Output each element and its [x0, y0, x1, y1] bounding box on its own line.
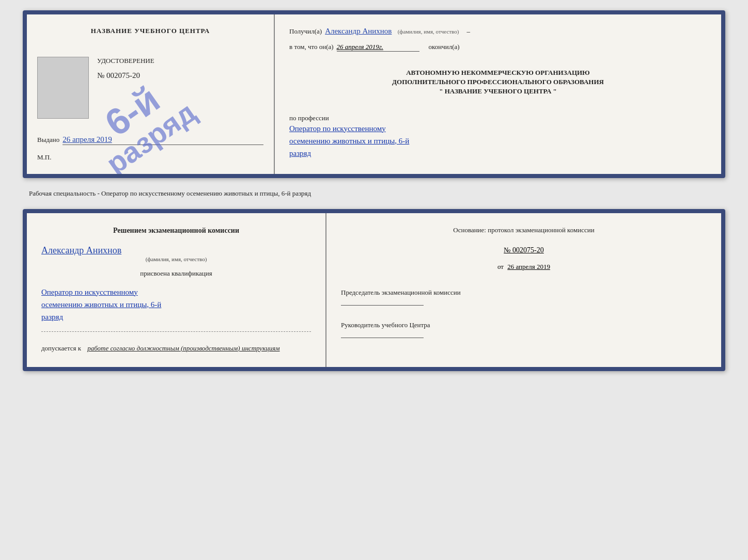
protocol-number: № 002075-20 — [341, 246, 707, 254]
finished-label: окончил(а) — [429, 43, 460, 51]
protocol-date-prefix: от — [497, 263, 504, 270]
person-name: Александр Анихнов — [325, 27, 392, 35]
issued-label: Выдано — [37, 136, 59, 144]
top-left-panel: НАЗВАНИЕ УЧЕБНОГО ЦЕНТРА 6-й разряд УДОС… — [27, 14, 275, 174]
bottom-name-sublabel: (фамилия, имя, отчество) — [41, 256, 311, 262]
chairman-label: Председатель экзаменационной комиссии — [341, 289, 707, 297]
org-block: АВТОНОМНУЮ НЕКОММЕРЧЕСКУЮ ОРГАНИЗАЦИЮ ДО… — [289, 68, 707, 97]
confirm-row: в том, что он(а) 26 апреля 2019г. окончи… — [289, 43, 707, 52]
allowed-label: допускается к — [41, 344, 81, 353]
confirm-date: 26 апреля 2019г. — [337, 43, 419, 52]
org-line3: " НАЗВАНИЕ УЧЕБНОГО ЦЕНТРА " — [289, 87, 707, 96]
received-row: Получил(а) Александр Анихнов (фамилия, и… — [289, 27, 707, 36]
protocol-date-row: от 26 апреля 2019 — [341, 263, 707, 271]
name-sublabel: (фамилия, имя, отчество) — [398, 28, 459, 35]
allowed-row: допускается к работе согласно должностны… — [41, 344, 311, 353]
separator-1 — [41, 331, 311, 332]
director-signature-line — [341, 338, 424, 338]
director-label: Руководитель учебного Центра — [341, 321, 707, 329]
received-label: Получил(а) — [289, 27, 322, 36]
profession-label: по профессии — [289, 114, 707, 122]
dash1: – — [467, 27, 471, 35]
director-block: Руководитель учебного Центра — [341, 321, 707, 340]
qual-line-2: осеменению животных и птицы, 6-й — [41, 298, 311, 311]
allowed-value: работе согласно должностным (производств… — [87, 344, 279, 353]
bottom-document-card: Решением экзаменационной комиссии Алекса… — [23, 209, 725, 371]
top-right-panel: Получил(а) Александр Анихнов (фамилия, и… — [275, 14, 721, 174]
profession-value-2: осеменению животных и птицы, 6-й — [289, 135, 707, 147]
profession-block: по профессии Оператор по искусственному … — [289, 114, 707, 159]
confirm-label: в том, что он(а) — [289, 43, 334, 51]
basis-label: Основание: протокол экзаменационной коми… — [341, 226, 707, 235]
commission-title: Решением экзаменационной комиссии — [41, 226, 311, 236]
assigned-label: присвоена квалификация — [41, 269, 311, 278]
bottom-person-name: Александр Анихнов — [41, 245, 311, 256]
profession-value-1: Оператор по искусственному — [289, 122, 707, 135]
profession-value-3: разряд — [289, 147, 707, 159]
specialty-label: Рабочая специальность - Оператор по иску… — [23, 186, 725, 201]
org-line1: АВТОНОМНУЮ НЕКОММЕРЧЕСКУЮ ОРГАНИЗАЦИЮ — [289, 68, 707, 77]
org-line2: ДОПОЛНИТЕЛЬНОГО ПРОФЕССИОНАЛЬНОГО ОБРАЗО… — [289, 77, 707, 87]
chairman-signature-line — [341, 305, 424, 306]
qual-line-1: Оператор по искусственному — [41, 286, 311, 298]
chairman-block: Председатель экзаменационной комиссии — [341, 289, 707, 308]
top-document-card: НАЗВАНИЕ УЧЕБНОГО ЦЕНТРА 6-й разряд УДОС… — [23, 10, 725, 178]
qual-line-3: разряд — [41, 311, 311, 323]
bottom-left-panel: Решением экзаменационной комиссии Алекса… — [27, 213, 326, 367]
protocol-date: 26 апреля 2019 — [507, 263, 550, 270]
bottom-right-panel: Основание: протокол экзаменационной коми… — [326, 213, 721, 367]
